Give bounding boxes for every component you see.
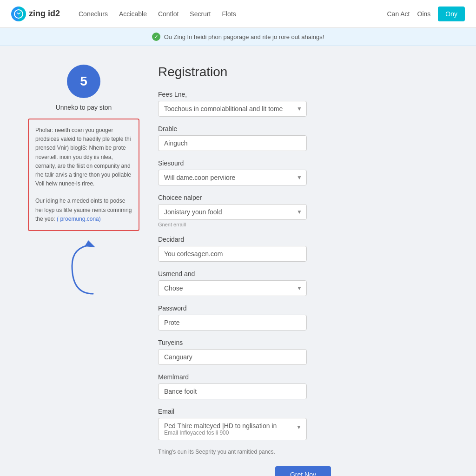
info-text-1: Phofar: neeith coan you googer prodsices… [35, 126, 132, 188]
nav-secrurt[interactable]: Secrurt [190, 10, 211, 18]
drable-group: Drable [158, 125, 448, 151]
oins-link[interactable]: Oins [417, 10, 431, 18]
form-title: Registration [158, 65, 448, 79]
usmend-and-wrapper: Chose ▼ [158, 280, 307, 296]
email-label: Email [158, 408, 448, 415]
decidard-input[interactable] [158, 246, 307, 262]
turyeins-group: Turyeins [158, 339, 448, 365]
nav-accicable[interactable]: Accicable [119, 10, 147, 18]
memlmard-label: Memlmard [158, 373, 448, 381]
nav-coneclurs[interactable]: Coneclurs [79, 10, 108, 18]
password-input[interactable] [158, 315, 307, 331]
decidard-label: Decidard [158, 236, 448, 243]
info-link[interactable]: ( proemung.cona) [57, 216, 101, 222]
logo-icon [11, 7, 26, 21]
usmend-and-select[interactable]: Chose [158, 280, 307, 296]
info-box: Phofar: neeith coan you googer prodsices… [28, 119, 139, 231]
email-main-text: Ped Thire malteyed |HD to nglisation in [164, 422, 301, 430]
siesourd-wrapper: Will dame.coon perviiore ▼ [158, 170, 307, 185]
email-sub-text: Email Infloyaced fos li 900 [164, 430, 301, 436]
siesourd-select[interactable]: Will dame.coon perviiore [158, 170, 307, 185]
siesourd-group: Siesourd Will dame.coon perviiore ▼ [158, 159, 448, 185]
email-arrow-icon: ▼ [296, 424, 302, 430]
nav-flots[interactable]: Flots [222, 10, 236, 18]
ony-button[interactable]: Ony [438, 7, 465, 21]
notification-text: Ou Zing In heidi phon pagorage and rite … [164, 33, 324, 40]
submit-button[interactable]: Gret Nov [275, 466, 331, 476]
curved-arrow-icon [65, 238, 102, 298]
check-icon: ✓ [152, 33, 160, 41]
logo: zing id2 [11, 7, 60, 21]
svg-marker-1 [85, 240, 95, 247]
email-select-container[interactable]: Ped Thire malteyed |HD to nglisation in … [158, 418, 307, 440]
avatar-label: Unneko to pay ston [28, 104, 139, 111]
fees-line-group: Fees Lne, Toochous in comnolablitional a… [158, 91, 448, 117]
header-actions: Can Act Oins Ony [387, 7, 465, 21]
nav-contlot[interactable]: Contlot [158, 10, 178, 18]
form-panel: Registration Fees Lne, Toochous in comno… [158, 65, 448, 476]
can-act-link[interactable]: Can Act [387, 10, 410, 18]
logo-text: zing id2 [29, 9, 60, 19]
drable-input[interactable] [158, 135, 307, 151]
drable-label: Drable [158, 125, 448, 132]
choicee-nalper-group: Choicee nalper Jonistary youn foold ▼ Gn… [158, 194, 448, 227]
usmend-and-group: Usmend and Chose ▼ [158, 270, 448, 296]
memlmard-input[interactable] [158, 383, 307, 399]
left-panel: 5 Unneko to pay ston Phofar: neeith coan… [28, 65, 139, 476]
password-label: Password [158, 304, 448, 312]
usmend-and-label: Usmend and [158, 270, 448, 278]
main-content: 5 Unneko to pay ston Phofar: neeith coan… [0, 46, 476, 476]
password-group: Password [158, 304, 448, 331]
header: zing id2 Coneclurs Accicable Contlot Sec… [0, 0, 476, 28]
choicee-nalper-wrapper: Jonistary youn foold ▼ [158, 204, 307, 220]
fees-line-wrapper: Toochous in comnolablitional and lit tom… [158, 101, 307, 117]
memlmard-group: Memlmard [158, 373, 448, 399]
footer-note: Thing's oun its Seeprity you ant ramitie… [158, 449, 448, 455]
fees-line-label: Fees Lne, [158, 91, 448, 98]
notification-banner: ✓ Ou Zing In heidi phon pagorage and rit… [0, 28, 476, 46]
info-text-2: Our iding he a meded oints to podse hei … [35, 197, 132, 224]
email-group: Email Ped Thire malteyed |HD to nglisati… [158, 408, 448, 440]
choicee-nalper-label: Choicee nalper [158, 194, 448, 201]
choicee-nalper-hint: Gnent erraill [158, 222, 448, 227]
avatar: 5 [67, 65, 100, 98]
turyeins-input[interactable] [158, 349, 307, 365]
siesourd-label: Siesourd [158, 159, 448, 167]
decidard-group: Decidard [158, 236, 448, 262]
choicee-nalper-select[interactable]: Jonistary youn foold [158, 204, 307, 220]
arrow-container [28, 240, 139, 296]
main-nav: Coneclurs Accicable Contlot Secrurt Flot… [79, 10, 387, 18]
fees-line-select[interactable]: Toochous in comnolablitional and lit tom… [158, 101, 307, 117]
turyeins-label: Turyeins [158, 339, 448, 346]
